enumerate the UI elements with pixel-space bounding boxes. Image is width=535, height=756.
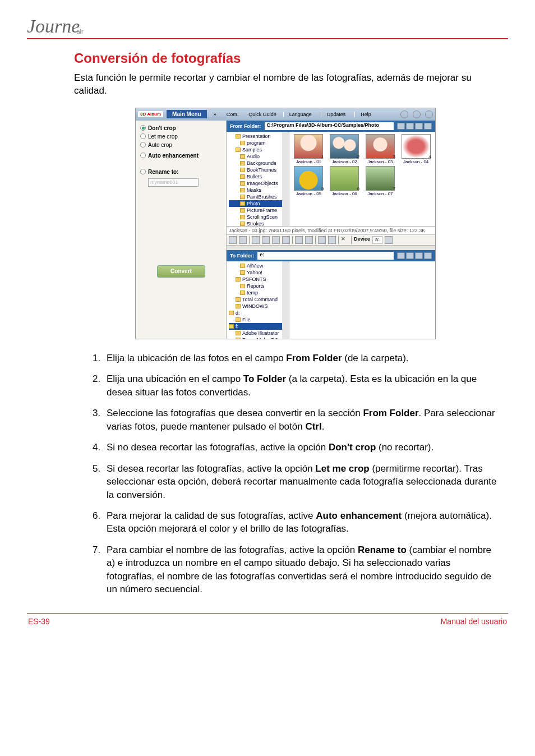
favorite-icon[interactable] [424,252,432,259]
intro-text: Esta función le permite recortar y cambi… [74,72,497,98]
status-line: Jackson - 03.jpg: 768x1160 pixels, modif… [227,226,435,234]
to-folder-label: To Folder: [230,253,254,259]
radio-auto-crop[interactable] [140,142,146,147]
favorite-icon[interactable] [424,123,432,130]
convert-button[interactable]: Convert [157,265,205,278]
app-screenshot: 3D Album Main Menu » Com. Quick Guide La… [135,108,436,339]
toolbar: ✕ Device a: [227,234,435,246]
step-5: Si desea recortar las fotografías, activ… [103,462,497,501]
label-auto-enhancement: Auto enhancement [148,153,199,159]
step-3: Seleccione las fotografías que desea con… [103,407,497,433]
refresh-icon[interactable] [415,123,423,130]
thumbnail-grid: 1Jackson - 01 2Jackson - 02 3Jackson - 0… [289,132,435,226]
step-1: Elija la ubicación de las fotos en el ca… [103,352,497,365]
options-panel: Don't crop Let me crop Auto crop Auto en… [136,121,227,339]
tool-delete-icon[interactable]: ✕ [341,236,349,244]
brand-logo: Journe air [27,17,508,36]
page-heading: Conversión de fotografías [74,50,497,66]
from-folder-label: From Folder: [230,123,261,129]
label-dont-crop: Don't crop [148,125,176,131]
radio-rename-to[interactable] [140,169,146,174]
menu-language[interactable]: Language [283,112,317,117]
tool-export-icon[interactable] [239,236,247,244]
tool-flip-icon[interactable] [282,236,290,244]
brand-name: Journe [27,17,80,36]
window-max-icon[interactable] [413,110,421,118]
menu-help[interactable]: Help [354,112,377,117]
thumb-label[interactable]: Jackson - 02 [328,159,362,164]
device-refresh-icon[interactable] [385,236,393,244]
thumb-label[interactable]: Jackson - 07 [363,191,398,196]
step-2: Elija una ubicación en el campo To Folde… [103,372,497,399]
tree-scrollbar[interactable] [282,261,289,339]
to-folder-path[interactable]: e: [257,252,394,260]
menubar: 3D Album Main Menu » Com. Quick Guide La… [136,108,435,121]
tree-scrollbar[interactable] [282,132,289,226]
tool-thumb-icon[interactable] [252,236,260,244]
thumb-label[interactable]: Jackson - 05 [292,191,326,196]
thumb-label[interactable]: Jackson - 01 [292,159,326,164]
radio-auto-enhancement[interactable] [140,153,146,158]
menu-com[interactable]: Com. [223,112,242,117]
device-field[interactable]: a: [372,236,382,244]
menu-quick-guide[interactable]: Quick Guide [245,112,280,117]
main-menu-button[interactable]: Main Menu [167,110,207,118]
thumb-label[interactable]: Jackson - 03 [363,159,398,164]
tool-scan-icon[interactable] [305,236,313,244]
search-icon[interactable] [397,252,405,259]
step-4: Si no desea recortar las fotografías, ac… [103,441,497,454]
thumb-label[interactable]: Jackson - 06 [328,191,362,196]
step-6: Para mejorar la calidad de sus fotografí… [103,509,497,536]
window-close-icon[interactable] [425,110,433,118]
tool-rotate-right-icon[interactable] [272,236,280,244]
label-let-me-crop: Let me crop [148,133,178,140]
footer-title: Manual del usuario [441,617,507,626]
from-folder-path[interactable]: C:\Program Files\3D-Album-CC/Samples/Pho… [265,122,394,130]
device-label: Device [354,236,370,244]
refresh-icon[interactable] [415,252,423,259]
tool-print-icon[interactable] [295,236,303,244]
tool-open-icon[interactable] [229,236,237,244]
rename-input[interactable] [148,178,199,187]
menu-updates[interactable]: Updates [321,112,352,117]
thumb-label[interactable]: Jackson - 04 [399,159,433,164]
to-folder-tree[interactable]: AllView Yahoo! PSFONTS Reports temp Tota… [227,261,289,339]
label-auto-crop: Auto crop [148,142,172,148]
page-number: ES-39 [28,617,50,626]
label-rename-to: Rename to: [148,169,178,175]
radio-dont-crop[interactable] [140,125,146,131]
to-folder-preview [289,261,435,339]
tool-redo-icon[interactable] [328,236,336,244]
page-footer: ES-39 Manual del usuario [27,613,508,639]
step-7: Para cambiar el nombre de las fotografía… [103,543,497,596]
menu-arrow-icon[interactable]: » [210,112,220,117]
instruction-list: Elija la ubicación de las fotos en el ca… [103,352,497,596]
to-folder-bar: To Folder: e: [227,250,435,261]
header-rule [27,38,508,39]
network-icon[interactable] [406,252,414,259]
window-min-icon[interactable] [400,110,408,118]
tool-undo-icon[interactable] [318,236,326,244]
search-icon[interactable] [397,123,405,130]
radio-let-me-crop[interactable] [140,133,146,139]
from-folder-bar: From Folder: C:\Program Files\3D-Album-C… [227,121,435,132]
brand-sub: air [76,28,83,35]
app-logo[interactable]: 3D Album [138,111,163,117]
network-icon[interactable] [406,123,414,130]
tool-rotate-left-icon[interactable] [262,236,270,244]
from-folder-tree[interactable]: Presentation program Samples Audio Backg… [227,132,289,226]
